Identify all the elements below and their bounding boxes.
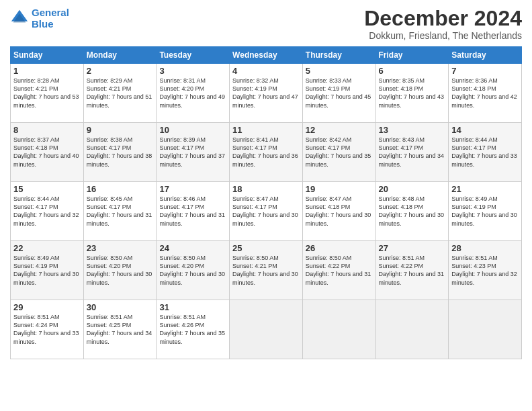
cell-info: Sunrise: 8:50 AMSunset: 4:22 PMDaylight:…	[306, 255, 371, 285]
table-row: 25 Sunrise: 8:50 AMSunset: 4:21 PMDaylig…	[230, 241, 303, 300]
table-row: 26 Sunrise: 8:50 AMSunset: 4:22 PMDaylig…	[302, 241, 375, 300]
table-row: 6 Sunrise: 8:35 AMSunset: 4:18 PMDayligh…	[375, 64, 449, 123]
day-number: 3	[159, 66, 226, 76]
table-row: 21 Sunrise: 8:49 AMSunset: 4:19 PMDaylig…	[449, 182, 522, 241]
header-wednesday: Wednesday	[230, 47, 303, 64]
cell-info: Sunrise: 8:38 AMSunset: 4:17 PMDaylight:…	[87, 136, 152, 167]
header-monday: Monday	[83, 47, 157, 64]
table-row: 24 Sunrise: 8:50 AMSunset: 4:20 PMDaylig…	[157, 241, 230, 300]
day-number: 24	[159, 243, 226, 253]
day-number: 10	[159, 125, 226, 135]
calendar-week-row: 15 Sunrise: 8:44 AMSunset: 4:17 PMDaylig…	[11, 182, 522, 241]
table-row: 7 Sunrise: 8:36 AMSunset: 4:18 PMDayligh…	[449, 64, 522, 123]
logo-icon	[10, 9, 29, 28]
header-row: Sunday Monday Tuesday Wednesday Thursday…	[11, 47, 522, 64]
table-row: 28 Sunrise: 8:51 AMSunset: 4:23 PMDaylig…	[449, 241, 522, 300]
day-number: 14	[451, 125, 519, 135]
cell-info: Sunrise: 8:50 AMSunset: 4:20 PMDaylight:…	[87, 255, 152, 285]
table-row: 29 Sunrise: 8:51 AMSunset: 4:24 PMDaylig…	[11, 300, 84, 359]
cell-info: Sunrise: 8:50 AMSunset: 4:21 PMDaylight:…	[232, 255, 298, 285]
cell-info: Sunrise: 8:42 AMSunset: 4:17 PMDaylight:…	[306, 136, 371, 167]
header-thursday: Thursday	[302, 47, 375, 64]
cell-info: Sunrise: 8:50 AMSunset: 4:20 PMDaylight:…	[159, 255, 225, 285]
table-row: 9 Sunrise: 8:38 AMSunset: 4:17 PMDayligh…	[83, 123, 157, 182]
day-number: 29	[13, 302, 81, 312]
day-number: 2	[87, 66, 154, 76]
cell-info: Sunrise: 8:49 AMSunset: 4:19 PMDaylight:…	[451, 195, 517, 226]
day-number: 25	[232, 243, 300, 253]
day-number: 28	[451, 243, 519, 253]
day-number: 19	[306, 184, 373, 194]
table-row: 3 Sunrise: 8:31 AMSunset: 4:20 PMDayligh…	[157, 64, 230, 123]
page-header: General Blue December 2024 Dokkum, Fries…	[10, 7, 522, 41]
calendar-week-row: 8 Sunrise: 8:37 AMSunset: 4:18 PMDayligh…	[11, 123, 522, 182]
day-number: 21	[451, 184, 519, 194]
day-number: 18	[232, 184, 300, 194]
header-saturday: Saturday	[449, 47, 522, 64]
day-number: 16	[87, 184, 154, 194]
table-row: 2 Sunrise: 8:29 AMSunset: 4:21 PMDayligh…	[83, 64, 157, 123]
table-row: 15 Sunrise: 8:44 AMSunset: 4:17 PMDaylig…	[11, 182, 84, 241]
cell-info: Sunrise: 8:44 AMSunset: 4:17 PMDaylight:…	[13, 195, 79, 226]
calendar-week-row: 29 Sunrise: 8:51 AMSunset: 4:24 PMDaylig…	[11, 300, 522, 359]
table-row: 31 Sunrise: 8:51 AMSunset: 4:26 PMDaylig…	[157, 300, 230, 359]
day-number: 20	[379, 184, 446, 194]
month-title: December 2024	[364, 7, 522, 30]
day-number: 8	[13, 125, 81, 135]
cell-info: Sunrise: 8:51 AMSunset: 4:23 PMDaylight:…	[451, 255, 517, 285]
table-row: 5 Sunrise: 8:33 AMSunset: 4:19 PMDayligh…	[302, 64, 375, 123]
cell-info: Sunrise: 8:47 AMSunset: 4:17 PMDaylight:…	[232, 195, 298, 226]
calendar-page: General Blue December 2024 Dokkum, Fries…	[0, 0, 532, 411]
cell-info: Sunrise: 8:31 AMSunset: 4:20 PMDaylight:…	[159, 77, 225, 108]
location-subtitle: Dokkum, Friesland, The Netherlands	[364, 30, 522, 41]
day-number: 13	[379, 125, 446, 135]
table-row: 18 Sunrise: 8:47 AMSunset: 4:17 PMDaylig…	[230, 182, 303, 241]
table-row: 20 Sunrise: 8:48 AMSunset: 4:18 PMDaylig…	[375, 182, 449, 241]
day-number: 1	[13, 66, 81, 76]
day-number: 17	[159, 184, 226, 194]
cell-info: Sunrise: 8:51 AMSunset: 4:22 PMDaylight:…	[379, 255, 445, 285]
table-row: 4 Sunrise: 8:32 AMSunset: 4:19 PMDayligh…	[230, 64, 303, 123]
table-row	[375, 300, 449, 359]
calendar-week-row: 1 Sunrise: 8:28 AMSunset: 4:21 PMDayligh…	[11, 64, 522, 123]
table-row: 8 Sunrise: 8:37 AMSunset: 4:18 PMDayligh…	[11, 123, 84, 182]
day-number: 4	[232, 66, 300, 76]
table-row: 14 Sunrise: 8:44 AMSunset: 4:17 PMDaylig…	[449, 123, 522, 182]
day-number: 9	[87, 125, 154, 135]
table-row: 22 Sunrise: 8:49 AMSunset: 4:19 PMDaylig…	[11, 241, 84, 300]
cell-info: Sunrise: 8:29 AMSunset: 4:21 PMDaylight:…	[87, 77, 152, 108]
cell-info: Sunrise: 8:49 AMSunset: 4:19 PMDaylight:…	[13, 255, 79, 285]
cell-info: Sunrise: 8:32 AMSunset: 4:19 PMDaylight:…	[232, 77, 298, 108]
table-row: 12 Sunrise: 8:42 AMSunset: 4:17 PMDaylig…	[302, 123, 375, 182]
table-row: 17 Sunrise: 8:46 AMSunset: 4:17 PMDaylig…	[157, 182, 230, 241]
table-row: 13 Sunrise: 8:43 AMSunset: 4:17 PMDaylig…	[375, 123, 449, 182]
header-sunday: Sunday	[11, 47, 84, 64]
cell-info: Sunrise: 8:36 AMSunset: 4:18 PMDaylight:…	[451, 77, 517, 108]
table-row	[449, 300, 522, 359]
cell-info: Sunrise: 8:51 AMSunset: 4:24 PMDaylight:…	[13, 314, 79, 345]
header-tuesday: Tuesday	[157, 47, 230, 64]
cell-info: Sunrise: 8:45 AMSunset: 4:17 PMDaylight:…	[87, 195, 152, 226]
cell-info: Sunrise: 8:35 AMSunset: 4:18 PMDaylight:…	[379, 77, 445, 108]
table-row	[230, 300, 303, 359]
logo: General Blue	[10, 7, 69, 30]
header-friday: Friday	[375, 47, 449, 64]
table-row: 1 Sunrise: 8:28 AMSunset: 4:21 PMDayligh…	[11, 64, 84, 123]
table-row: 11 Sunrise: 8:41 AMSunset: 4:17 PMDaylig…	[230, 123, 303, 182]
cell-info: Sunrise: 8:39 AMSunset: 4:17 PMDaylight:…	[159, 136, 225, 167]
logo-blue: Blue	[32, 18, 69, 30]
day-number: 12	[306, 125, 373, 135]
logo-text: General Blue	[32, 7, 69, 30]
day-number: 5	[306, 66, 373, 76]
day-number: 22	[13, 243, 81, 253]
cell-info: Sunrise: 8:51 AMSunset: 4:26 PMDaylight:…	[159, 314, 225, 345]
calendar-week-row: 22 Sunrise: 8:49 AMSunset: 4:19 PMDaylig…	[11, 241, 522, 300]
cell-info: Sunrise: 8:48 AMSunset: 4:18 PMDaylight:…	[379, 195, 445, 226]
day-number: 26	[306, 243, 373, 253]
cell-info: Sunrise: 8:28 AMSunset: 4:21 PMDaylight:…	[13, 77, 79, 108]
table-row: 19 Sunrise: 8:47 AMSunset: 4:18 PMDaylig…	[302, 182, 375, 241]
table-row: 16 Sunrise: 8:45 AMSunset: 4:17 PMDaylig…	[83, 182, 157, 241]
cell-info: Sunrise: 8:51 AMSunset: 4:25 PMDaylight:…	[87, 314, 152, 345]
calendar-table: Sunday Monday Tuesday Wednesday Thursday…	[10, 46, 522, 359]
cell-info: Sunrise: 8:43 AMSunset: 4:17 PMDaylight:…	[379, 136, 445, 167]
